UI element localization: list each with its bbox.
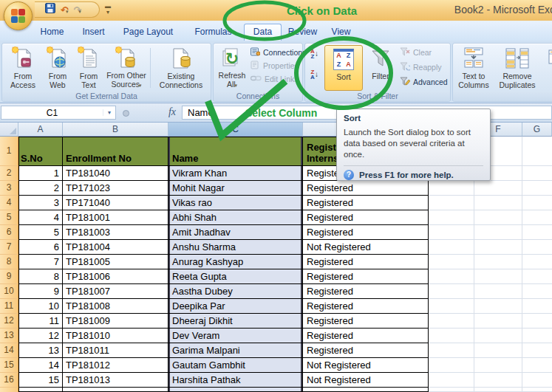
cell-enrollment[interactable]: TP181005 bbox=[63, 255, 168, 269]
undo-dropdown-icon[interactable]: ▾ bbox=[66, 9, 69, 15]
cell[interactable] bbox=[474, 299, 522, 314]
from-web-button[interactable]: From Web bbox=[42, 45, 73, 90]
properties-button[interactable]: Properties bbox=[251, 60, 299, 72]
clear-button[interactable]: Clear bbox=[400, 47, 432, 58]
row-header[interactable]: 12 bbox=[0, 314, 18, 329]
from-other-sources-button[interactable]: From Other Sources ▾ bbox=[104, 45, 149, 90]
cell[interactable] bbox=[522, 299, 552, 314]
tab-home[interactable]: Home bbox=[31, 24, 73, 41]
undo-button[interactable]: ↶ ▾ bbox=[61, 5, 68, 15]
column-header-g[interactable]: G bbox=[522, 123, 552, 137]
cell[interactable] bbox=[522, 181, 552, 196]
cell[interactable] bbox=[522, 373, 552, 388]
tab-data[interactable]: Data bbox=[244, 24, 282, 41]
cell-status[interactable]: Registered bbox=[303, 210, 429, 225]
cell[interactable] bbox=[522, 358, 552, 373]
connections-button[interactable]: Connections bbox=[251, 47, 306, 58]
cell-sno[interactable]: 1 bbox=[18, 166, 63, 181]
row-header[interactable]: 9 bbox=[0, 269, 18, 284]
cell[interactable] bbox=[429, 225, 474, 240]
row-header[interactable]: 4 bbox=[0, 196, 18, 210]
cell[interactable] bbox=[522, 240, 552, 255]
cell-enrollment[interactable]: TP181011 bbox=[63, 343, 168, 358]
row-header[interactable]: 3 bbox=[0, 181, 18, 196]
cell[interactable] bbox=[522, 314, 552, 329]
row-header[interactable]: 10 bbox=[0, 284, 18, 299]
cell-sno[interactable]: 9 bbox=[18, 284, 63, 299]
tab-page-layout[interactable]: Page Layout bbox=[114, 24, 183, 41]
cell-sno[interactable]: 6 bbox=[18, 240, 63, 255]
text-to-columns-button[interactable]: Text to Columns bbox=[456, 45, 491, 90]
office-button[interactable] bbox=[4, 1, 33, 30]
cell-status[interactable]: Not Registered bbox=[303, 373, 429, 388]
cell[interactable] bbox=[474, 358, 522, 373]
cell[interactable] bbox=[474, 343, 522, 358]
tab-formulas[interactable]: Formulas bbox=[183, 24, 244, 41]
reapply-button[interactable]: Reapply bbox=[400, 61, 442, 73]
header-cell-sno[interactable]: S.No bbox=[18, 137, 63, 166]
cell[interactable] bbox=[522, 284, 552, 299]
cell-sno[interactable]: 7 bbox=[18, 255, 63, 269]
cell[interactable] bbox=[474, 225, 522, 240]
from-text-button[interactable]: From Text bbox=[73, 45, 104, 90]
cell-enrollment[interactable]: TP181008 bbox=[63, 299, 168, 314]
select-all-corner[interactable] bbox=[0, 123, 18, 137]
cell[interactable] bbox=[522, 196, 552, 210]
cell-status[interactable]: Registered bbox=[303, 255, 429, 269]
row-header[interactable]: 8 bbox=[0, 255, 18, 269]
cell-sno[interactable]: 3 bbox=[18, 196, 63, 210]
cell-name[interactable]: Dev Veram bbox=[168, 329, 303, 343]
save-icon[interactable] bbox=[45, 3, 55, 16]
row-header[interactable]: 14 bbox=[0, 343, 18, 358]
cell[interactable] bbox=[474, 314, 522, 329]
cell-sno[interactable]: 10 bbox=[18, 299, 63, 314]
cell[interactable] bbox=[429, 314, 474, 329]
cell-sno[interactable]: 5 bbox=[18, 225, 63, 240]
cell[interactable] bbox=[429, 269, 474, 284]
cell-name[interactable]: Anshu Sharma bbox=[168, 240, 303, 255]
cell[interactable] bbox=[522, 225, 552, 240]
row-header[interactable]: 6 bbox=[0, 225, 18, 240]
tab-view[interactable]: View bbox=[324, 24, 358, 41]
cell-enrollment[interactable]: TP181006 bbox=[63, 269, 168, 284]
cell[interactable] bbox=[429, 358, 474, 373]
refresh-all-button[interactable]: ↻ Refresh All ▾ bbox=[216, 45, 248, 90]
column-header-c[interactable]: C bbox=[168, 123, 303, 137]
cell-name[interactable]: Garima Malpani bbox=[168, 343, 303, 358]
column-header-b[interactable]: B bbox=[63, 123, 168, 137]
cell[interactable] bbox=[474, 373, 522, 388]
redo-button[interactable]: ↷ ▾ bbox=[73, 5, 81, 15]
cell-enrollment[interactable]: TP181007 bbox=[63, 284, 168, 299]
cell-enrollment[interactable]: TP181010 bbox=[63, 329, 168, 343]
row-header[interactable]: 15 bbox=[0, 358, 18, 373]
cell-name[interactable]: Gautam Gambhit bbox=[168, 358, 303, 373]
header-cell-name[interactable]: Name bbox=[168, 137, 303, 166]
row-header[interactable]: 5 bbox=[0, 210, 18, 225]
cell-sno[interactable]: 4 bbox=[18, 210, 63, 225]
row-header[interactable]: 11 bbox=[0, 299, 18, 314]
cell-sno[interactable]: 15 bbox=[18, 373, 63, 388]
cell-sno[interactable]: 11 bbox=[18, 314, 63, 329]
cell-name[interactable]: Dheeraj Dikhit bbox=[168, 314, 303, 329]
cell[interactable] bbox=[474, 269, 522, 284]
cell-sno[interactable]: 8 bbox=[18, 269, 63, 284]
cell[interactable] bbox=[474, 255, 522, 269]
cell-name[interactable]: Harshita Pathak bbox=[168, 373, 303, 388]
cell-sno[interactable]: 2 bbox=[18, 181, 63, 196]
header-cell-enrollment[interactable]: Enrollment No bbox=[63, 137, 168, 166]
cell-name[interactable]: Vikram Khan bbox=[168, 166, 303, 181]
cell[interactable] bbox=[429, 181, 474, 196]
formula-bar-handle[interactable] bbox=[123, 110, 129, 117]
cell[interactable] bbox=[429, 299, 474, 314]
cell[interactable] bbox=[522, 255, 552, 269]
cell[interactable] bbox=[429, 284, 474, 299]
cell[interactable] bbox=[474, 284, 522, 299]
cell-status[interactable]: Registered bbox=[303, 196, 429, 210]
advanced-button[interactable]: Advanced bbox=[400, 76, 448, 88]
column-header-a[interactable]: A bbox=[18, 123, 63, 137]
name-box[interactable]: C1 ▾ bbox=[1, 106, 116, 120]
cell-sno[interactable]: 12 bbox=[18, 329, 63, 343]
filter-button[interactable]: Filter bbox=[364, 45, 397, 90]
cell-enrollment[interactable]: TP171040 bbox=[63, 196, 168, 210]
cell[interactable] bbox=[474, 240, 522, 255]
